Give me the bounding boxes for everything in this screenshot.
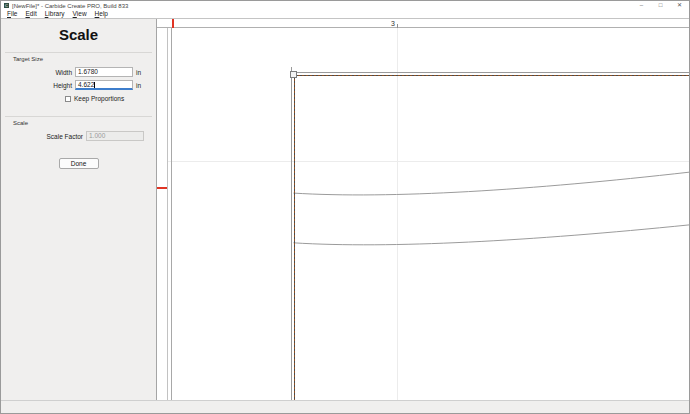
keep-proportions-checkbox[interactable]: [65, 96, 71, 102]
keep-proportions-label: Keep Proportions: [74, 95, 124, 102]
window-controls: – □ ✕: [632, 1, 689, 10]
height-row: Height 4.622 in: [9, 80, 144, 90]
app-icon: C: [4, 3, 9, 8]
selected-path-vertical[interactable]: [294, 75, 295, 400]
statusbar: [1, 400, 689, 413]
height-unit: in: [136, 82, 144, 89]
window-title: [NewFile]* - Carbide Create PRO, Build 8…: [12, 3, 128, 9]
shape-curves[interactable]: [157, 19, 689, 400]
close-button[interactable]: ✕: [670, 1, 689, 10]
menu-help[interactable]: Help: [91, 10, 112, 18]
height-input[interactable]: 4.622: [75, 80, 133, 90]
menu-library[interactable]: Library: [41, 10, 69, 18]
menu-view[interactable]: View: [69, 10, 91, 18]
done-button[interactable]: Done: [59, 158, 99, 169]
app-window: C [NewFile]* - Carbide Create PRO, Build…: [0, 0, 690, 414]
scale-factor-input: 1.000: [86, 131, 144, 141]
scale-factor-label: Scale Factor: [47, 133, 84, 140]
height-label: Height: [53, 82, 72, 89]
menubar: File Edit Library View Help: [1, 10, 689, 19]
height-value: 4.622: [78, 81, 94, 88]
target-size-group-label: Target Size: [13, 56, 148, 62]
target-size-group: Target Size Width 1.6780 in Height 4.622…: [5, 52, 152, 110]
width-label: Width: [55, 69, 72, 76]
main-area: Scale Target Size Width 1.6780 in Height…: [1, 19, 689, 400]
scale-group-label: Scale: [13, 120, 148, 126]
design-canvas[interactable]: 3: [157, 19, 689, 400]
keep-proportions-row: Keep Proportions: [65, 95, 144, 102]
maximize-button[interactable]: □: [651, 1, 670, 10]
panel-title: Scale: [1, 26, 156, 43]
scale-factor-row: Scale Factor 1.000: [9, 131, 144, 141]
minimize-button[interactable]: –: [632, 1, 651, 10]
text-caret: [94, 82, 95, 89]
selection-handle[interactable]: [290, 71, 297, 78]
width-unit: in: [136, 69, 144, 76]
scale-group: Scale Scale Factor 1.000: [5, 116, 152, 149]
menu-edit[interactable]: Edit: [22, 10, 41, 18]
scale-factor-value: 1.000: [89, 132, 105, 139]
menu-file[interactable]: File: [3, 10, 22, 18]
width-input[interactable]: 1.6780: [75, 67, 133, 77]
scale-panel: Scale Target Size Width 1.6780 in Height…: [1, 19, 157, 400]
width-row: Width 1.6780 in: [9, 67, 144, 77]
titlebar: C [NewFile]* - Carbide Create PRO, Build…: [1, 1, 689, 10]
selected-path-horizontal[interactable]: [294, 75, 689, 76]
width-value: 1.6780: [78, 68, 98, 75]
